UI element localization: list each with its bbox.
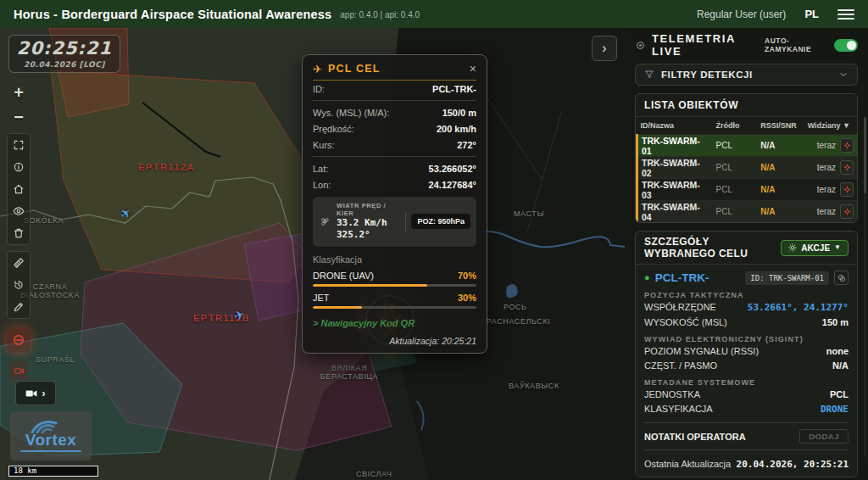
- autoclose-label: AUTO-ZAMYKANIE: [765, 36, 829, 53]
- operator-notes-row: NOTATKI OPERATORA DODAJ: [644, 429, 849, 444]
- autoclose-control: AUTO-ZAMYKANIE: [765, 36, 858, 53]
- section-title-metadata: METADANE SYSTEMOWE: [644, 378, 849, 387]
- section-title-sigint: WYWIAD ELEKTRONICZNY (SIGINT): [644, 335, 849, 343]
- column-header-rssi[interactable]: RSSI/SNR: [757, 117, 804, 135]
- map-tool-group-view: [7, 133, 31, 245]
- info-button[interactable]: [8, 156, 30, 178]
- actions-dropdown-button[interactable]: AKCJE ▼: [781, 240, 849, 256]
- filter-icon: [644, 70, 654, 80]
- fullscreen-button[interactable]: [8, 134, 30, 156]
- header-right: Regular User (user) PL: [697, 8, 854, 20]
- object-table-header: ID/Nazwa Źródło RSSI/SNR Widziany ▼: [637, 117, 858, 135]
- clock-date: 20.04.2026 [LOC]: [16, 60, 113, 69]
- chevron-down-icon: [838, 70, 849, 80]
- locate-target-button[interactable]: [840, 160, 854, 175]
- divider: [405, 212, 406, 231]
- table-row[interactable]: TRK-SWARM-02 PCL N/A teraz: [637, 157, 858, 179]
- detail-row-last-update: Ostatnia Aktualizacja 20.04.2026, 20:25:…: [644, 456, 849, 472]
- filters-title: FILTRY DETEKCJI: [661, 70, 753, 80]
- video-feed-toggle[interactable]: ›: [15, 381, 56, 405]
- city-label: КРАСНАСЕЛЬСКІ: [481, 317, 550, 326]
- wind-icon: [319, 215, 331, 228]
- popup-field-id: ID: PCL-TRK-: [313, 81, 476, 97]
- layers-visibility-button[interactable]: [8, 200, 30, 222]
- vortex-wordmark: Vortex: [25, 432, 77, 448]
- target-name: PCL-TRK-: [655, 271, 709, 284]
- hamburger-menu-icon[interactable]: [837, 9, 854, 20]
- language-switcher[interactable]: PL: [804, 8, 819, 20]
- selected-target-panel: SZCZEGÓŁY WYBRANEGO CELU AKCJE ▼ ● PCL-T…: [635, 231, 858, 477]
- home-button[interactable]: [8, 178, 30, 200]
- target-type-icon: ✈: [313, 64, 322, 75]
- popup-field-lon: Lon: 24.127684°: [313, 176, 476, 193]
- camera-disabled-button[interactable]: [9, 361, 28, 380]
- alert-mode-button[interactable]: [7, 328, 31, 352]
- detail-row-coords: WSPÓŁRZĘDNE 53.2661°, 24.1277°: [644, 299, 849, 315]
- divider: [644, 422, 849, 423]
- popup-field-speed: Prędkość: 200 km/h: [313, 120, 476, 137]
- classification-item: DRONE (UAV) 70%: [313, 271, 476, 287]
- table-row[interactable]: TRK-SWARM-04 PCL N/A teraz: [637, 201, 858, 223]
- popup-field-altitude: Wys. (MSL) (M/A): 150/0 m: [313, 104, 476, 120]
- city-label: СВІСЛАЧ: [356, 470, 392, 478]
- selected-target-body: ● PCL-TRK- ID: TRK-SWARM-01 POZYCJA TAKT…: [636, 265, 857, 477]
- city-label: РОСЬ: [504, 303, 527, 311]
- map-canvas[interactable]: EPTR112A EPTR112B CZARNA BIAŁOSTOCKA SUP…: [0, 28, 625, 480]
- caret-down-icon: ▼: [834, 244, 841, 251]
- app-title: Horus - Borderguard Airspace Situational…: [14, 8, 331, 21]
- column-header-id[interactable]: ID/Nazwa: [637, 117, 713, 135]
- city-label: ВАЎКАВЫСК: [509, 382, 559, 390]
- detection-filters-accordion[interactable]: FILTRY DETEKCJI: [635, 64, 858, 86]
- wind-info-box: WIATR PRĘD / KIER 33.2 Km/h 325.2° POZ: …: [313, 197, 476, 247]
- pressure-badge: POZ: 950hPa: [411, 214, 470, 229]
- app-header: Horus - Borderguard Airspace Situational…: [0, 0, 868, 28]
- locate-target-button[interactable]: [840, 138, 854, 153]
- app-window: Horus - Borderguard Airspace Situational…: [0, 0, 868, 480]
- table-row[interactable]: TRK-SWARM-01 PCL N/A teraz: [637, 135, 858, 157]
- target-icon: [635, 40, 646, 51]
- close-icon[interactable]: ×: [470, 63, 476, 75]
- classification-bar: [313, 306, 476, 309]
- sidebar-collapse-button[interactable]: ›: [592, 36, 617, 61]
- detail-row-frequency: CZĘST. / PASMO N/A: [644, 358, 849, 372]
- wind-direction: 325.2°: [337, 229, 400, 241]
- locate-target-button[interactable]: [840, 182, 854, 197]
- gear-icon: [788, 243, 797, 252]
- target-identity-row: ● PCL-TRK- ID: TRK-SWARM-01: [644, 271, 849, 285]
- popup-title: PCL CEL: [328, 63, 381, 75]
- column-header-seen[interactable]: Widziany ▼: [804, 117, 857, 135]
- vortex-tagline-bar: [20, 450, 81, 452]
- object-table: ID/Nazwa Źródło RSSI/SNR Widziany ▼ TRK-…: [636, 117, 857, 222]
- telemetry-live-title: TELEMETRIA LIVE: [652, 32, 759, 58]
- city-label: ВЯЛІКАЯ БЕРАСТАВІЦА: [310, 364, 388, 381]
- detail-row-classification: KLASYFIKACJA DRONE: [644, 401, 849, 416]
- zoom-out-button[interactable]: −: [8, 109, 29, 127]
- target-id-badge: ID: TRK-SWARM-01: [745, 271, 829, 285]
- object-list-title: LISTA OBIEKTÓW: [636, 94, 857, 117]
- delete-button[interactable]: [8, 222, 30, 244]
- map-tool-group-draw: [7, 251, 31, 319]
- divider: [313, 100, 476, 101]
- measure-button[interactable]: [8, 252, 30, 274]
- table-row[interactable]: TRK-SWARM-03 PCL N/A teraz: [637, 179, 858, 201]
- map-scale: 18 km: [8, 466, 98, 477]
- divider: [313, 156, 476, 157]
- copy-id-button[interactable]: [834, 271, 849, 285]
- sidebar-scrollbar[interactable]: [864, 117, 866, 456]
- map-toolbar: + −: [7, 84, 31, 380]
- notes-label: NOTATKI OPERATORA: [644, 432, 746, 442]
- column-header-source[interactable]: Źródło: [713, 117, 758, 135]
- autoclose-toggle[interactable]: [834, 39, 858, 52]
- clock-time: 20:25:21: [16, 39, 113, 59]
- zoom-in-button[interactable]: +: [8, 84, 29, 103]
- draw-button[interactable]: [8, 296, 30, 318]
- city-label: МАСТЫ: [514, 209, 544, 218]
- add-note-button[interactable]: DODAJ: [799, 429, 849, 444]
- user-menu[interactable]: Regular User (user): [697, 8, 786, 20]
- locate-target-button[interactable]: [840, 204, 854, 219]
- nav-qr-link[interactable]: > Nawigacyjny Kod QR: [313, 318, 476, 328]
- popup-field-course: Kurs: 272°: [313, 137, 476, 153]
- selected-target-title: SZCZEGÓŁY WYBRANEGO CELU: [644, 236, 781, 260]
- city-label: SUPRAŚL: [36, 355, 75, 364]
- history-button[interactable]: [8, 274, 30, 296]
